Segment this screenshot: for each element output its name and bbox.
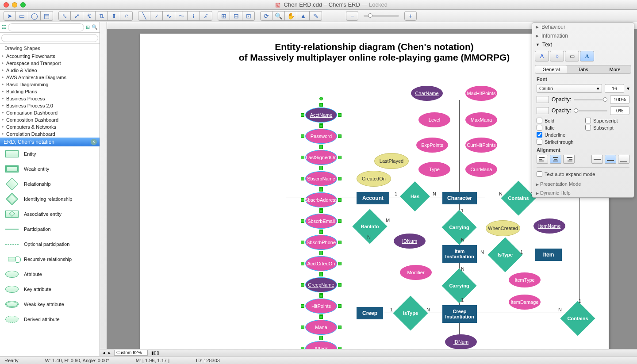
opacity-slider-2[interactable] bbox=[574, 110, 607, 111]
selection-handle[interactable] bbox=[319, 294, 323, 298]
library-item[interactable]: Basic Diagramming bbox=[0, 81, 100, 88]
section-information[interactable]: Information bbox=[541, 33, 568, 39]
selection-handle[interactable] bbox=[319, 337, 323, 340]
line-tool-5[interactable]: ≀ bbox=[188, 11, 200, 21]
stencil-weak-key-attribute[interactable]: Weak key attribute bbox=[0, 297, 100, 312]
refresh-tool[interactable]: ⟳ bbox=[260, 11, 272, 21]
zoom-in-button[interactable]: + bbox=[404, 11, 417, 21]
rel-contains[interactable]: Contains bbox=[506, 186, 531, 211]
stencil-relationship[interactable]: Relationship bbox=[0, 176, 100, 192]
selection-handle[interactable] bbox=[338, 219, 342, 223]
attr-idnum1[interactable]: IDNum bbox=[394, 234, 426, 249]
selected-attributes-group[interactable]: AcctNamePasswordLastSignedOnSbscrbNameSb… bbox=[305, 107, 337, 356]
close-window-icon[interactable] bbox=[4, 2, 9, 8]
zoom-out-button[interactable]: − bbox=[346, 11, 358, 21]
attr-charname[interactable]: CharName bbox=[411, 86, 443, 101]
align-center-button[interactable] bbox=[550, 155, 561, 164]
entity-item-inst[interactable]: Item Instantiation bbox=[442, 245, 477, 263]
selection-handle[interactable] bbox=[301, 326, 304, 329]
zoom-field[interactable]: Custom 62% bbox=[114, 350, 148, 356]
text-box-button[interactable]: ▭ bbox=[565, 51, 579, 61]
rect-tool[interactable]: ▭ bbox=[16, 11, 28, 21]
connector-tool-2[interactable]: ⤢ bbox=[71, 11, 83, 21]
fill-opacity-swatch[interactable] bbox=[537, 96, 549, 103]
selection-handle[interactable] bbox=[338, 198, 342, 202]
library-item[interactable]: Aerospace and Transport bbox=[0, 60, 100, 67]
rel-contains-2[interactable]: Contains bbox=[565, 306, 590, 331]
library-item[interactable]: Building Plans bbox=[0, 88, 100, 95]
pan-tool[interactable]: ✋ bbox=[285, 11, 297, 21]
stencil-participation[interactable]: Participation bbox=[0, 222, 100, 237]
text-color-button[interactable]: A̲ bbox=[535, 51, 549, 61]
line-tool-3[interactable]: ∿ bbox=[163, 11, 175, 21]
entity-creep-inst[interactable]: Creep Instantiation bbox=[442, 305, 477, 323]
underline-checkbox[interactable]: Underline bbox=[537, 132, 581, 138]
valign-middle-button[interactable] bbox=[605, 155, 616, 164]
scroll-arrow-right-icon[interactable]: ▸ bbox=[108, 350, 111, 355]
library-tree-icon[interactable]: ☷ bbox=[2, 24, 6, 30]
zoom-slider[interactable] bbox=[364, 15, 399, 17]
selection-handle[interactable] bbox=[319, 315, 323, 319]
attr-modifier[interactable]: Modifier bbox=[400, 265, 432, 280]
stencil-list[interactable]: Entity Weak entity Relationship Identify… bbox=[0, 146, 100, 356]
shape-search-input[interactable] bbox=[1, 34, 98, 42]
selection-handle[interactable] bbox=[319, 103, 323, 107]
font-size-field[interactable]: 16 bbox=[605, 84, 624, 93]
attr-type[interactable]: Type bbox=[418, 162, 450, 177]
line-opacity-swatch[interactable] bbox=[537, 107, 549, 114]
pointer-tool[interactable]: ➤ bbox=[4, 11, 16, 21]
scroll-arrow-left-icon[interactable]: ◂ bbox=[103, 350, 105, 355]
connector-tool-4[interactable]: ⇅ bbox=[96, 11, 108, 21]
attr-maxmana[interactable]: MaxMana bbox=[465, 112, 497, 127]
close-library-icon[interactable]: × bbox=[91, 139, 97, 145]
library-item[interactable]: Business Process bbox=[0, 95, 100, 102]
attr-currmana[interactable]: CurrMana bbox=[465, 162, 497, 177]
selection-handle[interactable] bbox=[301, 219, 304, 223]
stencil-weak-entity[interactable]: Weak entity bbox=[0, 161, 100, 176]
selection-handle[interactable] bbox=[301, 113, 304, 117]
bold-checkbox[interactable]: Bold bbox=[537, 118, 581, 123]
library-search-input[interactable] bbox=[8, 23, 84, 31]
subtab-tabs[interactable]: Tabs bbox=[567, 65, 599, 73]
selection-handle[interactable] bbox=[338, 262, 342, 265]
library-item[interactable]: Business Process 2,0 bbox=[0, 102, 100, 109]
connector-tool-6[interactable]: ⎌ bbox=[120, 11, 133, 21]
selection-handle[interactable] bbox=[338, 241, 342, 244]
autoexpand-checkbox[interactable]: Text auto expand mode bbox=[537, 171, 629, 177]
entity-character[interactable]: Character bbox=[442, 192, 477, 204]
selection-handle[interactable] bbox=[338, 304, 342, 308]
align-tool-3[interactable]: ⊡ bbox=[242, 11, 255, 21]
selection-handle[interactable] bbox=[338, 326, 342, 329]
stencil-assoc-entity[interactable]: Associative entity bbox=[0, 207, 100, 222]
rel-has[interactable]: Has bbox=[404, 186, 426, 207]
italic-checkbox[interactable]: Italic bbox=[537, 125, 581, 130]
library-item[interactable]: AWS Architecture Diagrams bbox=[0, 74, 100, 81]
zoom-tool[interactable]: 🔍 bbox=[272, 11, 285, 21]
disclose-icon[interactable]: ▶ bbox=[536, 25, 539, 29]
stencil-entity[interactable]: Entity bbox=[0, 146, 100, 161]
section-dynhelp[interactable]: Dynamic Help bbox=[540, 190, 570, 195]
line-tool-1[interactable]: ╲ bbox=[138, 11, 150, 21]
selection-handle[interactable] bbox=[301, 177, 304, 180]
selection-handle[interactable] bbox=[338, 113, 342, 117]
ellipse-tool[interactable]: ◯ bbox=[28, 11, 41, 21]
subtab-general[interactable]: General bbox=[535, 65, 567, 73]
text-highlight-button[interactable]: ⎀ bbox=[550, 51, 564, 61]
align-right-button[interactable] bbox=[563, 155, 575, 164]
library-item[interactable]: Composition Dashboard bbox=[0, 116, 100, 123]
selection-handle[interactable] bbox=[301, 283, 304, 287]
stencil-id-relationship[interactable]: Identifying relationship bbox=[0, 192, 100, 207]
format-panel[interactable]: ▶Behaviour ▶Information ▼Text A̲ ⎀ ▭ A G… bbox=[532, 22, 634, 198]
attr-createdon[interactable]: CreatedOn bbox=[357, 171, 391, 187]
line-tool-4[interactable]: ⤳ bbox=[175, 11, 188, 21]
selection-handle[interactable] bbox=[319, 209, 323, 213]
text-subtabs[interactable]: General Tabs More bbox=[535, 65, 631, 74]
align-left-button[interactable] bbox=[537, 155, 548, 164]
connector-tool-5[interactable]: ⬍ bbox=[108, 11, 120, 21]
stencil-recursive[interactable]: Recursive relationship bbox=[0, 252, 100, 267]
entity-creep[interactable]: Creep bbox=[357, 307, 383, 319]
selection-handle[interactable] bbox=[319, 124, 323, 128]
align-tool-1[interactable]: ⊞ bbox=[218, 11, 230, 21]
subtab-more[interactable]: More bbox=[599, 65, 631, 73]
subscript-checkbox[interactable]: Subscript bbox=[585, 125, 629, 130]
